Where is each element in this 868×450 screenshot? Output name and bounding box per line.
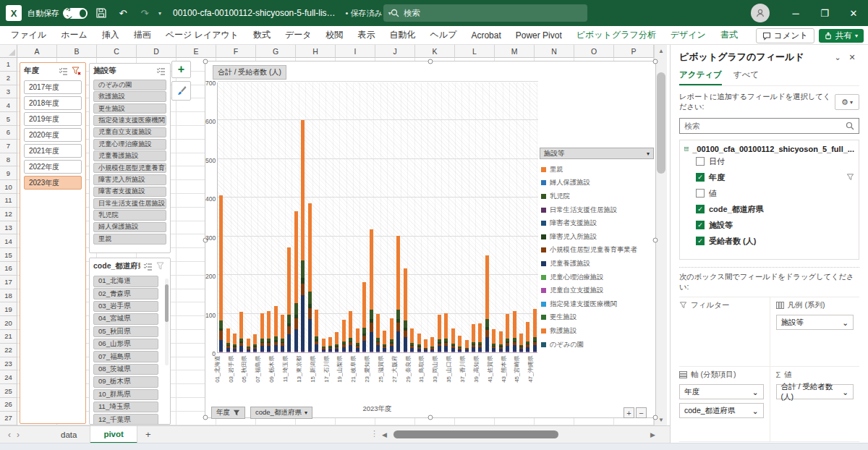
tools-gear-button[interactable]: ⚙▾ [835, 94, 859, 110]
tab-scroll-splitter[interactable]: ⋮ [370, 429, 378, 438]
slicer-item[interactable]: 障害児入所施設 [93, 174, 166, 185]
close-button[interactable]: ✕ [839, 0, 868, 26]
slicer-year[interactable]: 年度 2017年度2018年度2019年度2020年度2021年度2022年度2… [20, 62, 86, 424]
slicer-item[interactable]: 2022年度 [24, 160, 82, 174]
slicer-item[interactable]: 日常生活支援住居施設 [93, 198, 166, 209]
slicer-scrollbar[interactable] [165, 279, 169, 365]
chart-handle[interactable] [203, 415, 208, 420]
legend-entry[interactable]: 児童自立支援施設 [541, 284, 655, 297]
slicer-item[interactable]: 障害者支援施設 [93, 187, 166, 198]
ribbon-tab[interactable]: 書式 [714, 26, 744, 44]
ribbon-tab[interactable]: 表示 [352, 26, 382, 44]
slicer-item[interactable]: 里親 [93, 234, 166, 245]
row-header-18[interactable]: 18 [0, 289, 17, 303]
values-area[interactable]: Σ値 合計 / 受給者数 (人)⌄ [770, 367, 860, 442]
row-header-12[interactable]: 12 [0, 208, 17, 221]
ribbon-tab[interactable]: 数式 [247, 26, 277, 44]
ribbon-tab[interactable]: 自動化 [383, 26, 422, 44]
multiselect-icon[interactable] [142, 261, 153, 271]
legend-entry[interactable]: 更生施設 [541, 311, 655, 325]
field-row[interactable]: ✓施設等 [684, 217, 854, 233]
sheet-tab-data[interactable]: data [48, 426, 90, 443]
sheet-next-icon[interactable]: › [9, 430, 27, 440]
scroll-up-icon[interactable]: ▲ [655, 45, 668, 56]
row-header-6[interactable]: 6 [0, 126, 17, 140]
field-checkbox[interactable]: ✓ [696, 237, 705, 245]
qat-more-icon[interactable]: ▾ [158, 10, 161, 17]
row-header-13[interactable]: 13 [0, 221, 17, 235]
slicer-item[interactable]: 01_北海道 [93, 276, 158, 287]
ribbon-tab[interactable]: ヘルプ [424, 26, 464, 44]
field-row[interactable]: 値 [684, 185, 854, 201]
ribbon-tab[interactable]: Power Pivot [509, 27, 569, 43]
column-header-D[interactable]: D [137, 45, 176, 58]
legend-entry[interactable]: 里親 [541, 163, 655, 177]
row-header-2[interactable]: 2 [0, 72, 17, 85]
legend-area[interactable]: 凡例 (系列) 施設等⌄ [770, 297, 860, 367]
slicer-item[interactable]: 08_茨城県 [93, 364, 158, 375]
field-row[interactable]: ✓年度 [684, 169, 854, 185]
legend-entry[interactable]: 障害者支援施設 [541, 216, 655, 230]
field-checkbox[interactable] [696, 189, 705, 198]
ribbon-tab[interactable]: 挿入 [95, 26, 126, 44]
row-header-3[interactable]: 3 [0, 85, 17, 99]
column-header-K[interactable]: K [415, 45, 455, 58]
ribbon-tab[interactable]: Acrobat [464, 27, 507, 43]
slicer-item[interactable]: 更生施設 [93, 103, 166, 114]
column-header-E[interactable]: E [176, 45, 216, 58]
legend-entry[interactable]: 救護施設 [541, 324, 655, 338]
hscroll-right-icon[interactable]: ▶ [650, 431, 655, 438]
row-header-27[interactable]: 27 [0, 412, 17, 425]
account-avatar[interactable] [751, 4, 770, 22]
document-title[interactable]: 00100-cfa-00100112-shicyoson-5-full-lis… [173, 8, 336, 18]
horizontal-scrollbar[interactable] [391, 430, 647, 438]
row-header-16[interactable]: 16 [0, 262, 17, 276]
legend-entry[interactable]: 婦人保護施設 [541, 177, 655, 190]
filters-area[interactable]: フィルター [679, 297, 770, 367]
slicer-item[interactable]: 2023年度 [24, 176, 82, 190]
row-header-21[interactable]: 21 [0, 330, 17, 344]
legend-entry[interactable]: のぞみの園 [541, 338, 655, 352]
column-header-L[interactable]: L [455, 45, 495, 58]
chart-handle[interactable] [653, 238, 658, 243]
row-header-23[interactable]: 23 [0, 357, 17, 371]
slicer-item[interactable]: 児童心理治療施設 [93, 139, 166, 150]
row-header-17[interactable]: 17 [0, 276, 17, 289]
legend-entry[interactable]: 乳児院 [541, 190, 655, 203]
ribbon-tab[interactable]: ピボットグラフ分析 [570, 26, 663, 44]
table-source-row[interactable]: _00100_cfa_00100112_shicyoson_5_full_... [684, 145, 854, 153]
redo-icon[interactable]: ↷ [137, 5, 153, 21]
row-header-8[interactable]: 8 [0, 153, 17, 167]
slicer-item[interactable]: 09_栃木県 [93, 376, 158, 388]
row-header-14[interactable]: 14 [0, 234, 17, 248]
row-header-22[interactable]: 22 [0, 344, 17, 357]
vertical-scroll-thumb[interactable] [657, 72, 665, 174]
row-header-15[interactable]: 15 [0, 248, 17, 262]
restore-button[interactable]: ❐ [810, 0, 839, 26]
slicer-item[interactable]: 05_秋田県 [93, 326, 158, 338]
column-header-O[interactable]: O [574, 45, 614, 58]
ribbon-tab[interactable]: ホーム [54, 26, 94, 44]
field-checkbox[interactable]: ✓ [696, 173, 705, 182]
chart-expand-button[interactable]: + [624, 407, 634, 418]
save-icon[interactable] [93, 5, 109, 21]
legend-entry[interactable]: 障害児入所施設 [541, 230, 655, 244]
column-header-H[interactable]: H [296, 45, 336, 58]
column-header-J[interactable]: J [375, 45, 415, 58]
slicer-item[interactable]: 11_埼玉県 [93, 402, 158, 413]
slicer-item[interactable]: 2018年度 [24, 96, 82, 110]
autosave-switch[interactable]: オン [63, 8, 88, 19]
pivot-chart[interactable]: 合計 / 受給者数 (人) 01_北海道03_岩手県05_秋田県07_福島県09… [205, 61, 656, 418]
autosave-toggle[interactable]: 自動保存 オン [27, 8, 88, 19]
slicer-pref[interactable]: code_都道府県 01_北海道02_青森県03_岩手県04_宮城県05_秋田県… [89, 258, 171, 425]
field-row[interactable]: 日付 [684, 153, 854, 169]
search-input[interactable]: 検索 [383, 4, 587, 22]
horizontal-scroll-thumb[interactable] [393, 430, 558, 438]
row-header-5[interactable]: 5 [0, 112, 17, 126]
chart-collapse-button[interactable]: − [636, 407, 647, 418]
ribbon-tab[interactable]: 描画 [127, 26, 158, 44]
ribbon-tab[interactable]: ファイル [4, 26, 53, 44]
slicer-item[interactable]: 04_宮城県 [93, 313, 158, 325]
slicer-item[interactable]: 02_青森県 [93, 288, 158, 300]
chart-handle[interactable] [428, 415, 433, 420]
